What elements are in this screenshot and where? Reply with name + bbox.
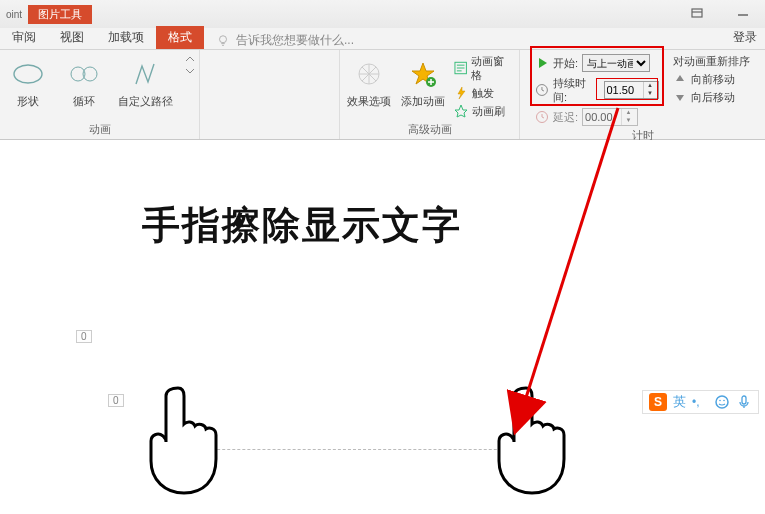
trigger-label: 触发	[472, 86, 494, 100]
svg-text:•,: •,	[692, 395, 700, 409]
ime-lang-label[interactable]: 英	[673, 393, 686, 411]
timing-duration-label: 持续时间:	[553, 76, 600, 104]
smile-icon[interactable]	[714, 394, 730, 410]
cycle-icon	[67, 62, 101, 86]
group-timing: 开始: 与上一动画... 持续时间: ▲▼ 延迟:	[520, 50, 765, 139]
star-plus-icon	[409, 60, 437, 88]
animation-pane-button[interactable]: 动画窗格	[454, 54, 513, 82]
effect-options-button[interactable]: 效果选项	[346, 54, 392, 109]
arrow-down-small-icon	[673, 90, 687, 104]
slide-headline: 手指擦除显示文字	[142, 200, 462, 251]
anim-custompath-label: 自定义路径	[118, 94, 173, 109]
lightbulb-icon	[216, 34, 230, 48]
add-animation-label: 添加动画	[401, 94, 445, 109]
timing-delay-label: 延迟:	[553, 110, 578, 124]
tab-review[interactable]: 审阅	[0, 26, 48, 49]
reorder-label: 对动画重新排序	[673, 54, 750, 68]
context-tab-label: 图片工具	[28, 5, 92, 24]
svg-point-1	[220, 35, 227, 42]
group-advanced-label: 高级动画	[346, 120, 513, 137]
timing-start-select[interactable]: 与上一动画...	[582, 54, 650, 72]
lightning-icon	[454, 86, 468, 100]
zigzag-icon	[132, 60, 160, 88]
animation-painter-label: 动画刷	[472, 104, 505, 118]
brush-icon	[454, 104, 468, 118]
move-back-button[interactable]: 向后移动	[673, 90, 750, 104]
anim-shape-button[interactable]: 形状	[4, 54, 52, 109]
tab-format[interactable]: 格式	[156, 26, 204, 49]
arrow-up-small-icon	[673, 72, 687, 86]
timing-start-label: 开始:	[553, 56, 578, 70]
tell-me-search[interactable]: 告诉我您想要做什么...	[216, 32, 354, 49]
pane-icon	[454, 61, 467, 75]
minimize-button[interactable]	[729, 4, 757, 24]
tab-addins[interactable]: 加载项	[96, 26, 156, 49]
delay-icon	[535, 110, 549, 124]
tell-me-label: 告诉我您想要做什么...	[236, 32, 354, 49]
group-animation-label: 动画	[6, 120, 193, 137]
add-animation-button[interactable]: 添加动画	[400, 54, 446, 109]
move-back-label: 向后移动	[691, 90, 735, 104]
effect-options-label: 效果选项	[347, 94, 391, 109]
mic-icon[interactable]	[736, 394, 752, 410]
timing-delay-input[interactable]	[583, 111, 621, 123]
anim-tag-0[interactable]: 0	[76, 330, 92, 343]
login-link[interactable]: 登录	[725, 26, 765, 49]
svg-point-15	[719, 400, 721, 402]
chevron-up-icon	[184, 54, 196, 64]
anim-shape-label: 形状	[17, 94, 39, 109]
anim-cycle-button[interactable]: 循环	[60, 54, 108, 109]
app-name: oint	[0, 9, 22, 20]
hand-right-icon	[486, 378, 582, 498]
motion-path-line	[182, 449, 532, 450]
anim-cycle-label: 循环	[73, 94, 95, 109]
move-forward-button[interactable]: 向前移动	[673, 72, 750, 86]
group-collapsed	[200, 50, 340, 139]
timing-delay-spin[interactable]: ▲▼	[582, 108, 638, 126]
group-animation: 形状 循环 自定义路径 动画	[0, 50, 200, 139]
ribbon-options-icon[interactable]	[683, 4, 711, 24]
slide-canvas[interactable]: 0 0	[0, 140, 765, 514]
spin-up-icon[interactable]: ▲	[643, 82, 657, 90]
hand-left-icon	[138, 378, 234, 498]
animation-painter-button[interactable]: 动画刷	[454, 104, 513, 118]
shape-icon	[11, 62, 45, 86]
move-forward-label: 向前移动	[691, 72, 735, 86]
tab-view[interactable]: 视图	[48, 26, 96, 49]
animation-pane-label: 动画窗格	[471, 54, 513, 82]
ribbon: 形状 循环 自定义路径 动画 效果选项	[0, 50, 765, 140]
svg-point-14	[716, 396, 728, 408]
timing-duration-spin[interactable]: ▲▼	[604, 81, 660, 99]
titlebar: oint 图片工具	[0, 0, 765, 28]
svg-point-16	[723, 400, 725, 402]
effect-options-icon	[355, 60, 383, 88]
play-icon	[535, 56, 549, 70]
chevron-down-icon	[184, 66, 196, 76]
spin-up-icon[interactable]: ▲	[621, 109, 635, 117]
svg-point-2	[14, 65, 42, 83]
trigger-button[interactable]: 触发	[454, 86, 513, 100]
spin-down-icon[interactable]: ▼	[643, 90, 657, 98]
anim-tag-1[interactable]: 0	[108, 394, 124, 407]
clock-icon	[535, 83, 549, 97]
svg-marker-9	[455, 105, 467, 117]
ime-toolbar[interactable]: S 英 •,	[642, 390, 759, 414]
ime-punct-icon[interactable]: •,	[692, 394, 708, 410]
tabstrip: 审阅 视图 加载项 格式 告诉我您想要做什么... 登录	[0, 28, 765, 50]
svg-rect-0	[692, 9, 702, 17]
timing-duration-input[interactable]	[605, 84, 643, 96]
gallery-scroll[interactable]	[184, 54, 196, 76]
svg-rect-17	[742, 396, 746, 404]
spin-down-icon[interactable]: ▼	[621, 117, 635, 125]
sogou-badge-icon: S	[649, 393, 667, 411]
group-advanced: 效果选项 添加动画 动画窗格 触发 动画刷	[340, 50, 520, 139]
anim-custompath-button[interactable]: 自定义路径	[116, 54, 176, 109]
